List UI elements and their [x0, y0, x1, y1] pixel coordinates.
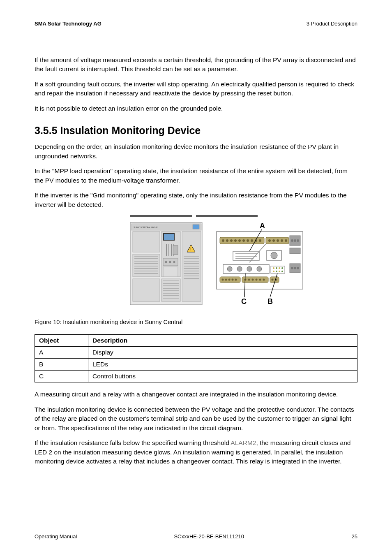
svg-point-90	[281, 271, 283, 272]
svg-point-114	[294, 267, 296, 269]
cell-desc: LEDs	[88, 359, 357, 371]
svg-point-27	[173, 261, 175, 263]
svg-point-58	[242, 239, 245, 242]
svg-rect-111	[290, 248, 300, 254]
svg-point-68	[285, 239, 287, 242]
svg-point-85	[279, 267, 280, 269]
svg-point-64	[268, 239, 271, 242]
svg-point-108	[291, 239, 293, 242]
svg-rect-82	[271, 266, 285, 273]
svg-rect-4	[193, 225, 199, 229]
paragraph-soft-fault: If a soft grounding fault occurs, the in…	[35, 80, 357, 98]
svg-point-110	[297, 239, 299, 242]
panel-label: SUNNY CENTRAL 800HE	[134, 226, 158, 229]
table-head-object: Object	[35, 335, 88, 347]
object-description-table: Object Description A Display B LEDs C Co…	[35, 334, 357, 382]
svg-point-25	[165, 261, 167, 263]
svg-point-99	[248, 279, 250, 281]
paragraph-measuring-circuit: A measuring circuit and a relay with a c…	[35, 390, 357, 399]
svg-point-88	[276, 271, 277, 272]
cell-object: B	[35, 359, 88, 371]
svg-rect-1	[196, 215, 258, 217]
svg-point-66	[277, 239, 279, 242]
svg-point-87	[273, 271, 274, 272]
svg-point-79	[237, 266, 242, 271]
cell-object: A	[35, 347, 88, 359]
table-row: C Control buttons	[35, 371, 357, 382]
cell-desc: Display	[88, 347, 357, 359]
figure-svg: SUNNY CENTRAL 800HE	[85, 215, 307, 310]
svg-rect-38	[182, 232, 201, 301]
paragraph-grid-monitoring: If the inverter is the "Grid monitoring"…	[35, 191, 357, 209]
svg-text:!: !	[189, 247, 191, 253]
alarm2-code: ALARM2	[231, 439, 256, 446]
svg-point-95	[232, 279, 234, 281]
svg-point-94	[228, 279, 231, 281]
table-head-description: Description	[88, 335, 357, 347]
svg-point-67	[281, 239, 283, 242]
footer-page: 25	[341, 533, 357, 540]
svg-point-26	[169, 261, 171, 263]
svg-point-81	[257, 266, 262, 271]
paragraph-order: Depending on the order, an insulation mo…	[35, 142, 357, 161]
footer-center: SCxxxHE-20-BE-BEN111210	[174, 533, 244, 540]
paragraph-alarm-a: If the insulation resistance falls below…	[35, 439, 231, 446]
paragraph-threshold: If the amount of voltage measured exceed…	[35, 56, 357, 74]
svg-point-59	[247, 239, 249, 242]
svg-point-57	[238, 239, 241, 242]
cell-desc: Control buttons	[88, 371, 357, 382]
table-row: B LEDs	[35, 359, 357, 371]
svg-point-115	[297, 267, 299, 269]
svg-point-76	[271, 252, 277, 259]
paragraph-grounded-pole: It is not possible to detect an insulati…	[35, 104, 357, 113]
header-breadcrumb: 3 Product Description	[307, 21, 357, 27]
svg-point-55	[230, 239, 233, 242]
svg-rect-23	[173, 246, 178, 255]
svg-point-113	[291, 267, 293, 269]
svg-point-101	[256, 279, 258, 281]
cell-object: C	[35, 371, 88, 382]
svg-point-83	[273, 267, 274, 269]
footer-left: Operating Manual	[35, 533, 77, 540]
table-row: A Display	[35, 347, 357, 359]
svg-point-78	[227, 266, 232, 271]
figure-caption: Figure 10: Insulation monitoring device …	[35, 319, 357, 325]
svg-rect-18	[164, 234, 174, 240]
paragraph-connection: The insulation monitoring device is conn…	[35, 405, 357, 433]
svg-point-86	[281, 267, 283, 269]
svg-point-80	[247, 266, 252, 271]
paragraph-alarm: If the insulation resistance falls below…	[35, 438, 357, 466]
svg-point-92	[222, 279, 224, 281]
svg-point-53	[222, 239, 224, 242]
svg-rect-104	[270, 277, 279, 283]
page-header: SMA Solar Technology AG 3 Product Descri…	[35, 21, 357, 27]
svg-rect-0	[130, 215, 192, 217]
section-heading-insulation: 3.5.5 Insulation Monitoring Device	[35, 125, 357, 137]
figure-label-b: B	[267, 297, 273, 306]
svg-point-62	[259, 239, 261, 242]
svg-point-96	[235, 279, 237, 281]
svg-point-109	[294, 239, 296, 242]
header-company: SMA Solar Technology AG	[35, 21, 101, 27]
svg-rect-5	[133, 232, 160, 252]
page-footer: Operating Manual SCxxxHE-20-BE-BEN111210…	[35, 533, 357, 540]
svg-point-54	[226, 239, 228, 242]
figure-label-a: A	[260, 222, 265, 230]
svg-rect-15	[133, 279, 160, 301]
svg-point-102	[259, 279, 261, 281]
svg-rect-28	[163, 267, 178, 277]
figure-container: SUNNY CENTRAL 800HE	[35, 215, 357, 311]
svg-point-89	[279, 271, 280, 272]
svg-point-100	[252, 279, 254, 281]
svg-point-84	[276, 267, 277, 269]
svg-point-93	[225, 279, 227, 281]
paragraph-mpp: In the "MPP load operation" operating st…	[35, 167, 357, 185]
svg-point-65	[272, 239, 275, 242]
svg-point-103	[263, 279, 265, 281]
svg-point-60	[251, 239, 253, 242]
svg-point-105	[272, 279, 274, 281]
svg-point-56	[234, 239, 237, 242]
figure-label-c: C	[241, 297, 247, 306]
